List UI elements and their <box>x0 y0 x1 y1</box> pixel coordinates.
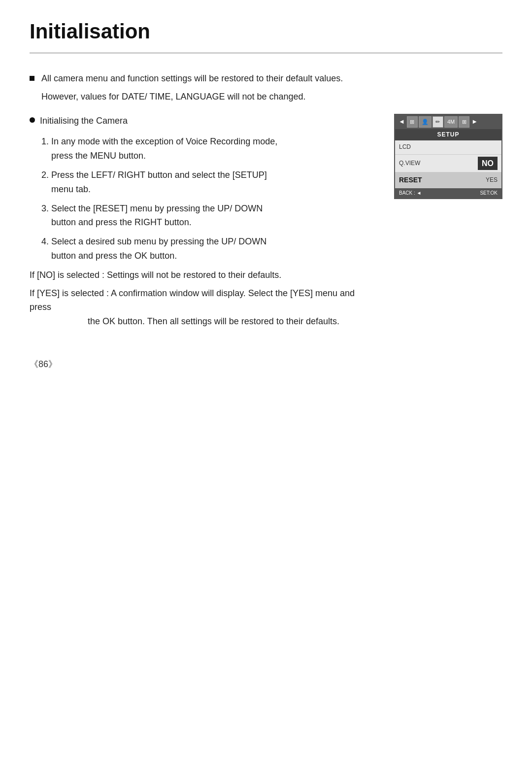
cam-row-qview: Q.VIEW NO <box>395 155 501 173</box>
cam-row-lcd: LCD <box>395 140 501 154</box>
cam-footer-back: BACK : ◄ <box>399 189 421 197</box>
cam-tab-4: 4M <box>444 116 458 128</box>
bullet-line-1: All camera menu and function settings wi… <box>30 71 502 86</box>
initialising-heading-text: Initialising the Camera <box>40 114 128 128</box>
step-1-sub: press the MENU button. <box>51 149 374 163</box>
cam-tab-icon-5: ⊞ <box>462 118 466 127</box>
step-2-text: Press the LEFT/ RIGHT button and select … <box>51 170 267 180</box>
circle-bullet-icon <box>30 117 35 123</box>
page-title: Initialisation <box>30 20 502 54</box>
if-yes-line1: If [YES] is selected : A confirmation wi… <box>30 286 374 315</box>
cam-tabs-bar: ◄ ⊞ 👤 ✏ 4M ⊞ ► <box>395 115 501 130</box>
cam-row-reset: RESET YES <box>395 172 501 188</box>
step-4-num: 4. <box>41 237 51 246</box>
cam-tab-icon-4: 4M <box>447 118 455 127</box>
circle-heading: Initialising the Camera <box>30 114 374 128</box>
cam-lcd-label: LCD <box>399 142 498 152</box>
step-3-num: 3. <box>41 204 51 213</box>
cam-qview-value: NO <box>478 157 498 170</box>
bullet-text-1: All camera menu and function settings wi… <box>41 73 343 83</box>
step-1: 1. In any mode with the exception of Voi… <box>41 135 374 163</box>
if-no-line: If [NO] is selected : Settings will not … <box>30 268 374 282</box>
step-2-sub: menu tab. <box>51 182 374 197</box>
step-3-sub: button and press the RIGHT button. <box>51 215 374 230</box>
step-2-num: 2. <box>41 170 51 180</box>
camera-screen: ◄ ⊞ 👤 ✏ 4M ⊞ ► SETUP <box>394 114 502 199</box>
cam-tab-2: 👤 <box>419 116 432 128</box>
cam-tab-icon-3: ✏ <box>435 118 440 127</box>
cam-reset-value: YES <box>486 175 498 185</box>
cam-tab-3: ✏ <box>432 116 443 128</box>
cam-right-arrow-icon: ► <box>470 117 479 127</box>
bullet-section-1: All camera menu and function settings wi… <box>30 71 502 104</box>
step-4-text: Select a desired sub menu by pressing th… <box>51 237 266 246</box>
cam-tab-1: ⊞ <box>407 116 418 128</box>
step-1-num: 1. <box>41 136 51 146</box>
step-3-text: Select the [RESET] menu by pressing the … <box>51 204 263 213</box>
square-bullet-icon <box>30 76 34 81</box>
initialising-section: Initialising the Camera 1. In any mode w… <box>30 114 502 329</box>
cam-menu: LCD Q.VIEW NO RESET YES <box>395 140 501 188</box>
cam-tab-icon-1: ⊞ <box>410 118 414 127</box>
cam-footer-set: SET:OK <box>480 189 498 197</box>
if-yes-line2: the OK button. Then all settings will be… <box>88 314 374 329</box>
step-1-text: In any mode with the exception of Voice … <box>51 136 277 146</box>
cam-tab-icon-2: 👤 <box>422 118 429 127</box>
bullet-indent-line: However, values for DATE/ TIME, LANGUAGE… <box>41 90 502 104</box>
step-3: 3. Select the [RESET] menu by pressing t… <box>41 202 374 230</box>
page-number: 《86》 <box>30 358 502 370</box>
cam-setup-label: SETUP <box>395 129 501 140</box>
content-area: All camera menu and function settings wi… <box>30 71 502 329</box>
step-2: 2. Press the LEFT/ RIGHT button and sele… <box>41 168 374 197</box>
cam-qview-label: Q.VIEW <box>399 159 478 168</box>
cam-left-arrow-icon: ◄ <box>397 117 406 127</box>
step-4: 4. Select a desired sub menu by pressing… <box>41 235 374 263</box>
steps-list: 1. In any mode with the exception of Voi… <box>41 135 374 263</box>
cam-reset-label: RESET <box>399 174 486 185</box>
cam-tab-5: ⊞ <box>459 116 469 128</box>
step-4-sub: button and press the OK button. <box>51 249 374 263</box>
cam-footer: BACK : ◄ SET:OK <box>395 188 501 198</box>
instructions-block: Initialising the Camera 1. In any mode w… <box>30 114 374 329</box>
